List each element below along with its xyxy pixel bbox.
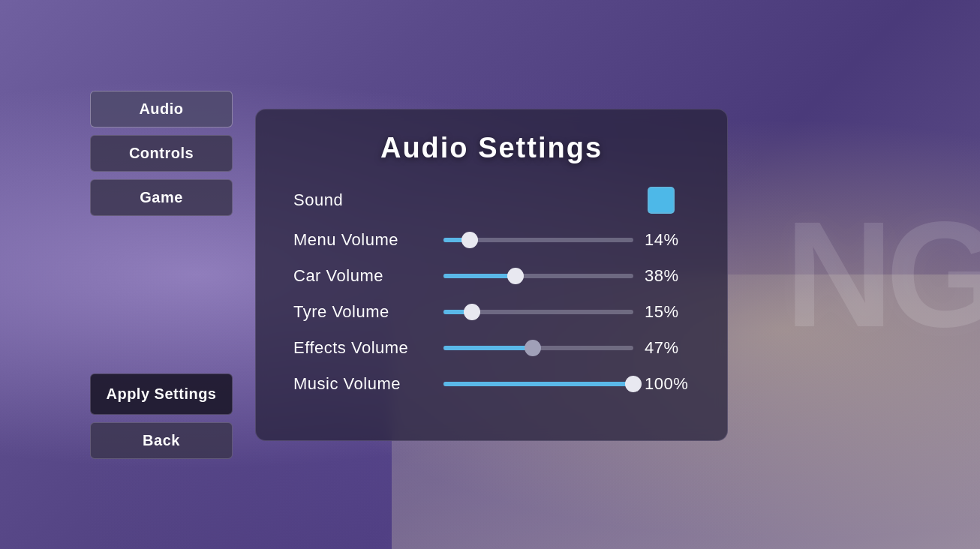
effects-volume-slider-container: 47% [443,338,690,358]
sound-checkbox[interactable] [648,187,675,214]
settings-panel: Audio Settings Sound Menu Volume 14% Car… [255,109,728,441]
apply-settings-button[interactable]: Apply Settings [90,374,233,415]
effects-volume-fill [443,346,533,350]
tyre-volume-value: 15% [645,302,690,322]
sidebar-item-controls[interactable]: Controls [90,135,233,172]
menu-volume-row: Menu Volume 14% [293,230,690,250]
menu-volume-value: 14% [645,230,690,250]
tyre-volume-slider-container: 15% [443,302,690,322]
car-volume-fill [443,274,516,278]
music-volume-row: Music Volume 100% [293,374,690,394]
tyre-volume-label: Tyre Volume [293,302,428,322]
car-volume-track[interactable] [443,274,633,278]
sidebar-item-audio[interactable]: Audio [90,91,233,128]
back-button[interactable]: Back [90,422,233,459]
music-volume-slider-container: 100% [443,374,690,394]
sound-control [443,187,690,214]
car-volume-slider-container: 38% [443,266,690,286]
music-volume-value: 100% [645,374,690,394]
sound-label: Sound [293,190,428,210]
sound-row: Sound [293,187,690,214]
menu-volume-slider-container: 14% [443,230,690,250]
sidebar: Audio Controls Game Apply Settings Back [90,91,233,459]
action-buttons: Apply Settings Back [90,374,233,459]
tyre-volume-thumb[interactable] [464,304,480,320]
car-volume-value: 38% [645,266,690,286]
music-volume-thumb[interactable] [625,376,642,392]
car-volume-label: Car Volume [293,266,428,286]
panel-title: Audio Settings [293,132,690,164]
car-volume-thumb[interactable] [507,268,524,284]
nav-buttons: Audio Controls Game [90,91,233,216]
music-volume-fill [443,382,633,386]
music-volume-track[interactable] [443,382,633,386]
effects-volume-thumb[interactable] [525,340,541,356]
tyre-volume-track[interactable] [443,310,633,314]
menu-volume-thumb[interactable] [461,232,478,248]
effects-volume-track[interactable] [443,346,633,350]
tyre-volume-row: Tyre Volume 15% [293,302,690,322]
effects-volume-value: 47% [645,338,690,358]
sidebar-item-game[interactable]: Game [90,179,233,216]
effects-volume-row: Effects Volume 47% [293,338,690,358]
car-volume-row: Car Volume 38% [293,266,690,286]
music-volume-label: Music Volume [293,374,428,394]
menu-volume-label: Menu Volume [293,230,428,250]
menu-volume-track[interactable] [443,238,633,242]
effects-volume-label: Effects Volume [293,338,428,358]
